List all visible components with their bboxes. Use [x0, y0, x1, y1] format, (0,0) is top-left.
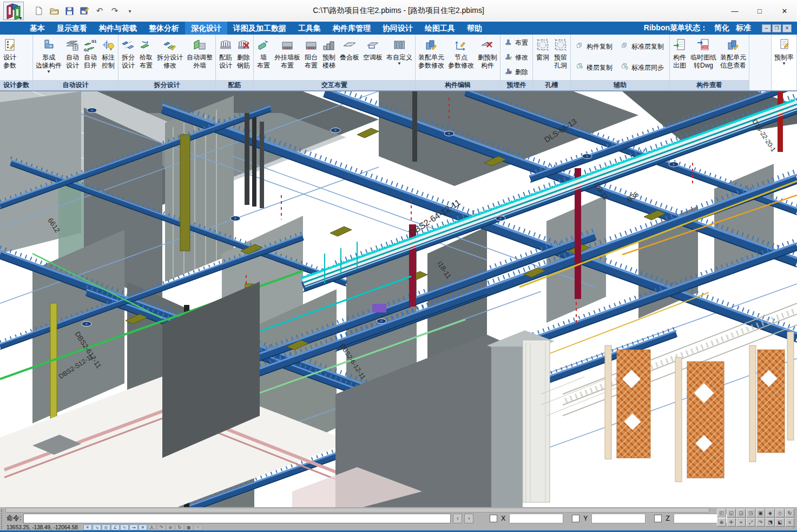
auto-merge-button[interactable]: G1G2自动归并 — [82, 36, 99, 79]
wire-icon[interactable]: ⬕ — [775, 518, 785, 527]
crosshair-snap-icon[interactable]: ⁘ — [194, 524, 202, 530]
zoom-extents-icon[interactable]: ⊕ — [717, 518, 726, 527]
member-drawing-output-button[interactable]: 构件出图 — [671, 36, 688, 79]
orbit-icon[interactable]: ↷ — [756, 518, 765, 527]
view-left-icon[interactable]: ◲ — [736, 509, 746, 517]
tab-display-view[interactable]: 显示查看 — [51, 22, 93, 35]
tab-collaborative-design[interactable]: 协同设计 — [377, 22, 419, 35]
command-scroll-left-button[interactable]: ‹ — [453, 514, 462, 523]
new-file-icon[interactable] — [32, 4, 45, 17]
pan-icon[interactable]: ✛ — [727, 518, 736, 527]
ribbon-state-standard[interactable]: 标准 — [736, 23, 751, 33]
assembly-unit-param-edit-button[interactable]: 装配单元参数修改 — [417, 36, 446, 79]
app-logo[interactable] — [3, 2, 24, 20]
undo-icon[interactable]: ↶ — [93, 4, 106, 17]
precast-rate-button[interactable]: 预制率▼ — [773, 36, 795, 79]
zoom-scale-icon[interactable]: ⤢ — [746, 518, 755, 527]
tab-drawing-tools[interactable]: 绘图工具 — [419, 22, 461, 35]
grid-snap-icon[interactable]: ▦ — [185, 524, 193, 530]
reserved-hole-button[interactable]: 预留孔洞 — [552, 36, 569, 79]
tab-detailed-design[interactable]: 深化设计 — [185, 22, 227, 35]
standard-floor-sync-button[interactable]: 标准层同步 — [620, 63, 665, 72]
axis-y-input[interactable] — [591, 514, 645, 523]
save-icon[interactable] — [63, 4, 76, 17]
view-front-icon[interactable]: ◱ — [727, 509, 736, 517]
embed-edit-button[interactable]: 修改 — [504, 52, 529, 62]
rebar-design-button[interactable]: 配筋设计 — [217, 36, 234, 79]
maximize-button[interactable]: □ — [747, 0, 772, 22]
midpoint-snap-icon[interactable]: ↝ — [129, 524, 138, 530]
window-opening-button[interactable]: 窗洞 — [534, 36, 551, 79]
balcony-place-button[interactable]: 阳台布置 — [302, 36, 320, 79]
view-sw-icon[interactable]: ◈ — [766, 509, 775, 517]
split-design-edit-button[interactable]: 拆分设计修改 — [155, 36, 185, 79]
delete-precast-member-button[interactable]: 删预制构件 — [476, 36, 499, 79]
perpendicular-snap-icon[interactable]: 人 — [148, 524, 156, 530]
view-right-icon[interactable]: ◳ — [746, 509, 755, 517]
view-rotate-icon[interactable]: ↻ — [785, 509, 794, 517]
tab-global-analysis[interactable]: 整体分析 — [143, 22, 185, 35]
minimize-button[interactable]: — — [722, 0, 747, 22]
composite-slab-button[interactable]: 叠合板 — [338, 36, 361, 79]
tab-help[interactable]: 帮助 — [461, 22, 488, 35]
pick-place-button[interactable]: 拾取布置 — [137, 36, 155, 79]
wall-place-button[interactable]: 墙布置 — [255, 36, 272, 79]
embed-delete-button[interactable]: 删除 — [504, 67, 529, 77]
view-top-icon[interactable]: ◰ — [717, 509, 726, 517]
auto-design-button[interactable]: 自动设计 — [64, 36, 81, 79]
view-iso-icon[interactable]: ▣ — [756, 509, 765, 517]
ac-panel-button[interactable]: 空调板 — [361, 36, 384, 79]
shade-icon[interactable]: ⬔ — [766, 518, 775, 527]
tab-basic[interactable]: 基本 — [24, 22, 51, 35]
resize-grip[interactable]: ⁙ — [792, 525, 796, 530]
osnap-settings-icon[interactable]: ✳ — [83, 524, 92, 530]
split-design-button[interactable]: 拆分设计 — [120, 36, 137, 79]
close-button[interactable]: ✕ — [772, 0, 797, 22]
parallel-snap-icon[interactable]: ↷ — [157, 524, 166, 530]
design-params-button[interactable]: 设计参数 — [1, 36, 18, 79]
axis-y-checkbox[interactable] — [572, 515, 579, 522]
delete-rebar-button[interactable]: 删除钢筋 — [235, 36, 252, 79]
endpoint-snap-icon[interactable]: ∠ — [111, 524, 120, 530]
save-as-icon[interactable] — [78, 4, 91, 17]
no-snap-icon[interactable]: ⊘ — [166, 524, 175, 530]
zoom-window-icon[interactable]: ⌖ — [736, 518, 746, 527]
qat-overflow-icon[interactable]: ▾ — [123, 4, 136, 17]
doc-close-button[interactable]: ✕ — [782, 24, 792, 32]
precast-stair-button[interactable]: 预制楼梯 — [320, 36, 338, 79]
floor-copy-button[interactable]: 楼层复制 — [575, 63, 614, 72]
horizontal-scrollbar[interactable] — [5, 508, 709, 513]
edge-member-form-button[interactable]: 形成边缘构件▼ — [34, 36, 63, 79]
custom-place-button[interactable]: 布自定义▼ — [385, 36, 414, 79]
cladding-panel-place-button[interactable]: 外挂墙板布置 — [273, 36, 302, 79]
rotate-snap-icon[interactable]: ↻ — [175, 524, 184, 530]
axis-x-checkbox[interactable] — [490, 515, 497, 522]
annotation-control-button[interactable]: 标注控制 — [100, 36, 117, 79]
intersection-snap-icon[interactable]: ✕ — [139, 524, 147, 530]
tab-toolset[interactable]: 工具集 — [292, 22, 327, 35]
command-input[interactable] — [23, 514, 451, 523]
assembly-unit-info-button[interactable]: 装配单元信息查看 — [719, 36, 748, 79]
tab-detail-and-fabrication-data[interactable]: 详图及加工数据 — [227, 22, 292, 35]
nearest-snap-icon[interactable]: ∿ — [120, 524, 129, 530]
standard-floor-copy-button[interactable]: 标准层复制 — [620, 42, 665, 52]
doc-minimize-button[interactable]: – — [762, 24, 771, 32]
embed-place-button[interactable]: 布置 — [504, 38, 529, 48]
ribbon-state-simplified[interactable]: 简化 — [714, 23, 729, 33]
axis-x-input[interactable] — [509, 514, 563, 523]
doc-restore-button[interactable]: ❐ — [772, 24, 781, 32]
node-param-edit-button[interactable]: 节点参数修改 — [446, 36, 476, 79]
circle-snap-icon[interactable]: ◎ — [102, 524, 110, 530]
node-snap-icon[interactable]: ↘ — [93, 524, 101, 530]
open-file-icon[interactable] — [48, 4, 61, 17]
tab-components-loads[interactable]: 构件与荷载 — [93, 22, 143, 35]
tab-component-library[interactable]: 构件库管理 — [327, 22, 377, 35]
view-se-icon[interactable]: ◇ — [775, 509, 785, 517]
model-viewport[interactable]: DBS2-64-12-11i18-11i20-11DLS-66-13D1S-22… — [0, 91, 797, 507]
temp-drawing-to-dwg-button[interactable]: DWG临时图纸转Dwg — [689, 36, 718, 79]
auto-adjust-exterior-wall-button[interactable]: 自动调整外墙 — [185, 36, 214, 79]
redo-icon[interactable]: ↷ — [108, 4, 121, 17]
member-copy-button[interactable]: 构件复制 — [575, 42, 614, 52]
command-scroll-right-button[interactable]: › — [464, 514, 473, 523]
axis-z-checkbox[interactable] — [654, 515, 662, 522]
